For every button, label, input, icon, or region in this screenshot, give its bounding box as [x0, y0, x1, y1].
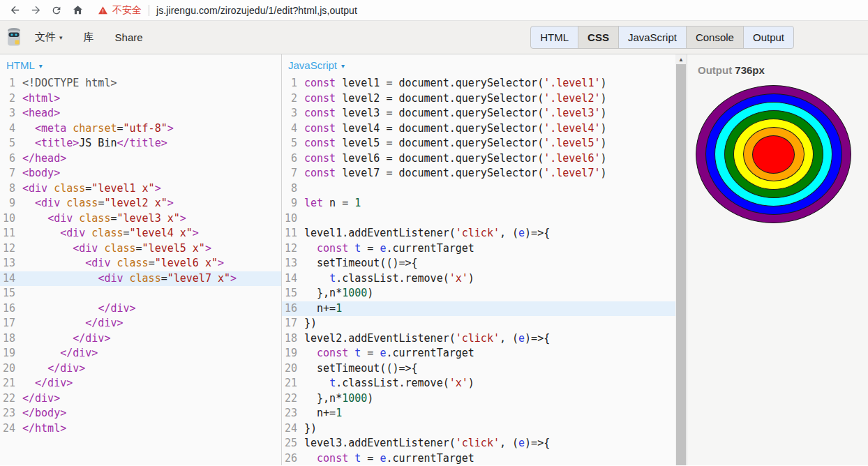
- code-line: 2const level2 = document.querySelector('…: [282, 91, 675, 107]
- menu-item-文件[interactable]: 文件▾: [35, 31, 63, 44]
- code-line: 18level2.addEventListener('click', (e)=>…: [282, 331, 675, 347]
- line-number: 23: [0, 406, 22, 421]
- tab-html[interactable]: HTML: [530, 26, 578, 49]
- code-line: 1<!DOCTYPE html>: [0, 76, 281, 91]
- menu-item-库[interactable]: 库: [84, 31, 94, 44]
- code-line: 6const level6 = document.querySelector('…: [282, 151, 675, 167]
- browser-chrome: 不安全 js.jirengu.com/zirozujedu/1/edit?htm…: [0, 0, 868, 21]
- line-number: 1: [282, 76, 304, 91]
- line-number: 5: [282, 136, 304, 151]
- line-number: 20: [282, 361, 304, 377]
- jsbin-robot-logo-icon[interactable]: [6, 27, 25, 49]
- code-line: 12 const t = e.currentTarget: [282, 241, 675, 257]
- chevron-down-icon[interactable]: ▾: [341, 62, 345, 70]
- line-number: 11: [282, 226, 304, 241]
- code-line: 5 <title>JS Bin</title>: [0, 136, 281, 151]
- line-number: 21: [282, 376, 304, 391]
- chevron-down-icon[interactable]: ▾: [39, 62, 43, 70]
- js-code-area[interactable]: 1const level1 = document.querySelector('…: [282, 76, 675, 465]
- code-line: 23 n+=1: [282, 406, 675, 421]
- html-editor-panel[interactable]: HTML ▾ 1<!DOCTYPE html>2<html>3<head>4 <…: [0, 54, 282, 465]
- code-line: 10: [282, 211, 675, 227]
- code-line: 15: [0, 286, 281, 301]
- html-code-area[interactable]: 1<!DOCTYPE html>2<html>3<head>4 <meta ch…: [0, 76, 281, 436]
- line-number: 26: [282, 451, 304, 466]
- output-ring-level1[interactable]: [696, 85, 851, 223]
- address-bar[interactable]: 不安全 js.jirengu.com/zirozujedu/1/edit?htm…: [98, 4, 357, 17]
- html-panel-title[interactable]: HTML: [6, 59, 35, 71]
- line-number: 25: [282, 436, 304, 451]
- scroll-up-icon[interactable]: ▲: [675, 54, 687, 64]
- line-number: 21: [0, 376, 22, 391]
- url-text[interactable]: js.jirengu.com/zirozujedu/1/edit?html,js…: [156, 5, 357, 16]
- jsbin-app: 不安全 js.jirengu.com/zirozujedu/1/edit?htm…: [0, 0, 868, 466]
- tab-console[interactable]: Console: [686, 26, 744, 49]
- line-number: 12: [282, 241, 304, 257]
- code-line: 9let n = 1: [282, 196, 675, 211]
- code-line: 5const level5 = document.querySelector('…: [282, 136, 675, 151]
- code-line: 23</body>: [0, 406, 281, 421]
- code-line: 8<div class="level1 x">: [0, 181, 281, 197]
- home-icon[interactable]: [67, 1, 88, 20]
- code-line: 14 t.classList.remove('x'): [282, 271, 675, 287]
- line-number: 10: [282, 211, 304, 227]
- code-line: 22</div>: [0, 391, 281, 407]
- line-number: 9: [0, 196, 22, 211]
- tab-output[interactable]: Output: [743, 26, 794, 49]
- code-line: 3const level3 = document.querySelector('…: [282, 106, 675, 121]
- line-number: 2: [0, 91, 22, 107]
- code-line: 26 const t = e.currentTarget: [282, 451, 675, 466]
- line-number: 17: [282, 316, 304, 331]
- tab-css[interactable]: CSS: [578, 26, 619, 49]
- js-scrollbar[interactable]: ▲: [675, 54, 687, 465]
- code-line: 16 n+=1: [282, 301, 675, 317]
- line-number: 10: [0, 211, 22, 227]
- forward-icon[interactable]: [25, 1, 46, 20]
- scrollbar-thumb[interactable]: [676, 64, 686, 465]
- back-icon[interactable]: [4, 1, 25, 20]
- code-line: 25level3.addEventListener('click', (e)=>…: [282, 436, 675, 451]
- code-line: 19 const t = e.currentTarget: [282, 346, 675, 361]
- output-ring-level4[interactable]: [724, 110, 823, 198]
- code-line: 8: [282, 181, 675, 197]
- not-secure-label[interactable]: 不安全: [112, 4, 142, 17]
- output-ring-level5[interactable]: [733, 119, 814, 190]
- line-number: 14: [282, 271, 304, 287]
- output-ring-level7[interactable]: [752, 135, 795, 174]
- tab-javascript[interactable]: JavaScript: [618, 26, 687, 49]
- code-line: 10 <div class="level3 x">: [0, 211, 281, 227]
- code-line: 21 t.classList.remove('x'): [282, 376, 675, 391]
- line-number: 16: [282, 301, 304, 317]
- line-number: 18: [282, 331, 304, 347]
- line-number: 4: [282, 121, 304, 137]
- output-render-area: [696, 85, 868, 223]
- panel-tabs: HTMLCSSJavaScriptConsoleOutput: [530, 26, 794, 49]
- output-ring-level2[interactable]: [705, 93, 842, 215]
- line-number: 7: [282, 166, 304, 181]
- line-number: 16: [0, 301, 22, 317]
- code-line: 7const level7 = document.querySelector('…: [282, 166, 675, 181]
- reload-icon[interactable]: [46, 1, 67, 20]
- code-line: 4const level4 = document.querySelector('…: [282, 121, 675, 137]
- line-number: 3: [282, 106, 304, 121]
- line-number: 22: [282, 391, 304, 407]
- line-number: 24: [0, 421, 22, 437]
- line-number: 4: [0, 121, 22, 137]
- line-number: 24: [282, 421, 304, 437]
- line-number: 18: [0, 331, 22, 347]
- code-line: 2<html>: [0, 91, 281, 107]
- js-panel-header[interactable]: JavaScript ▾: [282, 54, 675, 76]
- code-line: 24}): [282, 421, 675, 437]
- line-number: 15: [282, 286, 304, 301]
- not-secure-warning-icon: [98, 6, 108, 15]
- html-panel-header[interactable]: HTML ▾: [0, 54, 281, 76]
- js-editor-panel[interactable]: JavaScript ▾ 1const level1 = document.qu…: [282, 54, 675, 465]
- menu-item-Share[interactable]: Share: [115, 31, 143, 43]
- output-title: Output: [698, 64, 732, 76]
- code-line: 3<head>: [0, 106, 281, 121]
- code-line: 21 </div>: [0, 376, 281, 391]
- line-number: 15: [0, 286, 22, 301]
- js-panel-title[interactable]: JavaScript: [288, 59, 337, 71]
- output-ring-level3[interactable]: [714, 102, 832, 206]
- output-ring-level6[interactable]: [743, 127, 805, 181]
